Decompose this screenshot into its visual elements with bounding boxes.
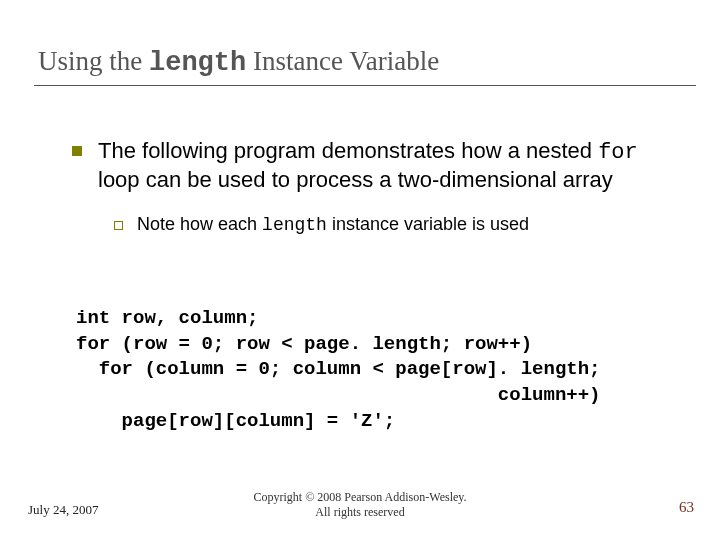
footer-copy-2: All rights reserved bbox=[315, 505, 404, 519]
title-text-2: Instance Variable bbox=[246, 46, 439, 76]
bullet-1-t1: The following program demonstrates how a… bbox=[98, 138, 598, 163]
bullet-1-mono: for bbox=[598, 140, 638, 165]
slide-body: The following program demonstrates how a… bbox=[72, 138, 662, 237]
slide-number: 63 bbox=[679, 499, 694, 516]
bullet-1-t2: loop can be used to process a two-dimens… bbox=[98, 167, 613, 192]
bullet-1-text: The following program demonstrates how a… bbox=[98, 138, 662, 194]
sub-t2: instance variable is used bbox=[327, 214, 529, 234]
slide: Using the length Instance Variable The f… bbox=[0, 0, 720, 540]
footer-copyright: Copyright © 2008 Pearson Addison-Wesley.… bbox=[0, 490, 720, 520]
sub-bullet-text: Note how each length instance variable i… bbox=[137, 214, 529, 237]
sub-bullet-1: Note how each length instance variable i… bbox=[114, 214, 662, 237]
square-bullet-icon bbox=[72, 146, 82, 156]
footer-copy-1: Copyright © 2008 Pearson Addison-Wesley. bbox=[253, 490, 466, 504]
code-block: int row, column; for (row = 0; row < pag… bbox=[76, 306, 601, 434]
sub-bullet-row: Note how each length instance variable i… bbox=[114, 214, 662, 237]
bullet-1: The following program demonstrates how a… bbox=[72, 138, 662, 194]
sub-mono: length bbox=[262, 215, 327, 235]
sub-t1: Note how each bbox=[137, 214, 262, 234]
hollow-square-bullet-icon bbox=[114, 221, 123, 230]
title-text-1: Using the bbox=[38, 46, 149, 76]
slide-title: Using the length Instance Variable bbox=[38, 46, 682, 78]
title-mono: length bbox=[149, 48, 246, 78]
title-underline bbox=[34, 85, 696, 86]
